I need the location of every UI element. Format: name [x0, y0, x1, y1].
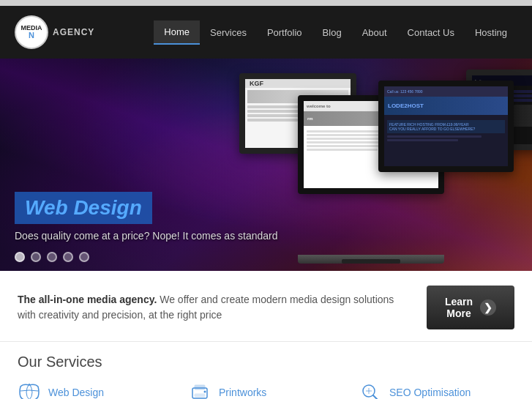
- nav-item-about[interactable]: About: [352, 21, 397, 44]
- svg-rect-2: [195, 394, 205, 397]
- dot-2[interactable]: [31, 252, 41, 262]
- learn-btn-text: LearnMore: [445, 296, 473, 319]
- dot-1[interactable]: [15, 252, 25, 262]
- content-text: The all-in-one media agency. We offer an…: [18, 292, 412, 323]
- services-grid: Web Design Printworks: [18, 381, 514, 399]
- dot-5[interactable]: [79, 252, 89, 262]
- printworks-icon: [188, 381, 211, 399]
- hero-dots: [15, 252, 89, 262]
- service-item-web: Web Design: [18, 381, 173, 399]
- monitor-foot: [342, 259, 400, 264]
- hero-content: Web Design Does quality come at a price?…: [15, 192, 278, 242]
- screen3-nav: Call us: 123 456 7890: [387, 89, 423, 94]
- top-bar: [0, 0, 532, 6]
- nav-item-hosting[interactable]: Hosting: [465, 21, 517, 44]
- seo-icon: [359, 381, 382, 399]
- nav-item-blog[interactable]: Blog: [312, 21, 352, 44]
- dot-4[interactable]: [63, 252, 73, 262]
- logo: MEDIA N AGENCY: [15, 15, 94, 49]
- nav-item-portfolio[interactable]: Portfolio: [257, 21, 312, 44]
- services-title: Our Services: [18, 354, 514, 370]
- nav-item-contact[interactable]: Contact Us: [397, 21, 465, 44]
- header: MEDIA N AGENCY Home Services Portfolio B…: [0, 6, 532, 59]
- nav-item-home[interactable]: Home: [154, 20, 200, 45]
- svg-point-3: [204, 391, 206, 393]
- screen-3: Call us: 123 456 7890 LODE2HOST FEATURE …: [378, 81, 514, 172]
- hero-title-box: Web Design: [15, 192, 152, 224]
- logo-agency-text: AGENCY: [53, 27, 94, 37]
- service-item-print: Printworks: [188, 381, 344, 399]
- service-item-seo: SEO Optimisation: [359, 381, 514, 399]
- logo-circle: MEDIA N: [15, 15, 48, 49]
- screen2-brand: rm: [307, 116, 313, 121]
- screen2-welcome: welcome to: [307, 104, 331, 108]
- svg-rect-1: [195, 385, 205, 389]
- content-section: The all-in-one media agency. We offer an…: [0, 271, 532, 342]
- content-bold: The all-in-one media agency.: [18, 294, 157, 305]
- printworks-link[interactable]: Printworks: [219, 387, 266, 398]
- screen3-feature: FEATURE RICH HOSTING FROM £19.99/YEARCAN…: [387, 120, 505, 133]
- web-design-icon: [18, 381, 41, 399]
- dot-3[interactable]: [47, 252, 57, 262]
- nav-item-services[interactable]: Services: [200, 21, 257, 44]
- seo-link[interactable]: SEO Optimisation: [389, 387, 471, 398]
- hero-section: KGF welcome to rm: [0, 59, 532, 271]
- learn-more-button[interactable]: LearnMore ❯: [427, 286, 514, 329]
- web-design-link[interactable]: Web Design: [48, 387, 104, 398]
- hero-subtitle: Does quality come at a price? Nope! It c…: [15, 230, 278, 242]
- logo-n: N: [29, 31, 34, 40]
- learn-btn-arrow: ❯: [480, 299, 496, 316]
- main-nav: Home Services Portfolio Blog About Conta…: [154, 20, 517, 45]
- services-section: Our Services Web Design: [0, 342, 532, 399]
- svg-line-5: [373, 395, 378, 399]
- screen3-title: LODE2HOST: [388, 102, 424, 109]
- screen1-kgf: KGF: [247, 79, 266, 89]
- hero-title: Web Design: [25, 196, 142, 219]
